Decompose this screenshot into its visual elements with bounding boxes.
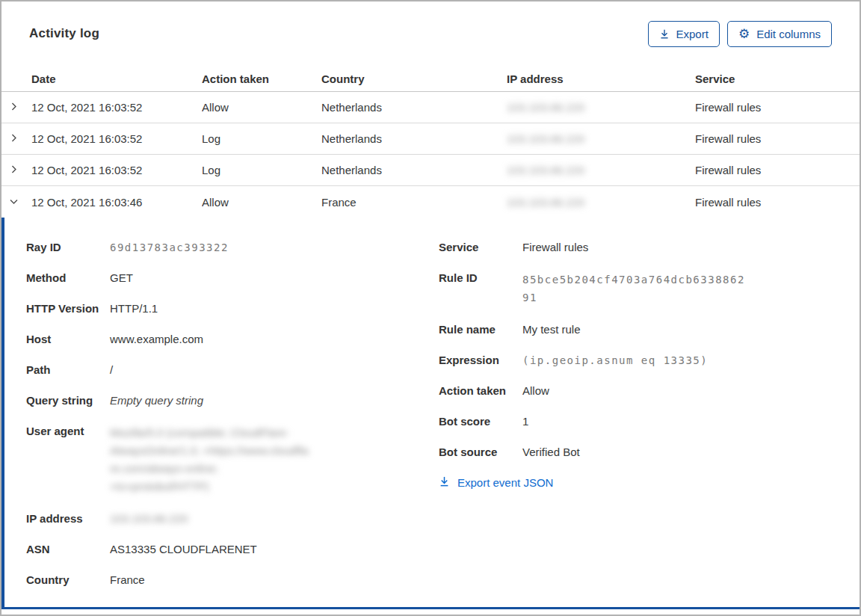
detail-row: Service Firewall rules (439, 240, 745, 255)
table-row[interactable]: 12 Oct, 2021 16:03:52 Log Netherlands 10… (1, 155, 860, 186)
detail-row: Rule name My test rule (439, 322, 745, 337)
detail-label: Bot source (439, 445, 522, 460)
cell-action-taken: Allow (202, 101, 321, 114)
detail-row: Bot score 1 (439, 414, 745, 429)
event-details-left-column: Ray ID 69d13783ac393322 Method GET HTTP … (26, 240, 439, 607)
chevron-right-icon[interactable] (9, 132, 19, 145)
cell-service: Firewall rules (695, 196, 860, 209)
column-header-service: Service (695, 73, 860, 85)
detail-value: HTTP/1.1 (110, 301, 439, 316)
cell-service: Firewall rules (695, 132, 860, 145)
detail-value: AS13335 CLOUDFLARENET (110, 542, 439, 557)
detail-row: Rule ID 85bce5b204cf4703a764dcb6338862 9… (439, 271, 745, 307)
detail-row: Method GET (26, 271, 439, 286)
cell-action-taken: Allow (202, 196, 321, 209)
detail-row: ASN AS13335 CLOUDFLARENET (26, 542, 439, 557)
chevron-right-icon[interactable] (9, 164, 19, 176)
detail-row: Query string Empty query string (26, 393, 439, 408)
cell-service: Firewall rules (695, 164, 860, 176)
edit-columns-button[interactable]: ⚙︎ Edit columns (727, 21, 832, 47)
detail-label: Ray ID (26, 240, 110, 255)
column-header-action-taken: Action taken (202, 73, 321, 85)
detail-row: Bot source Verified Bot (439, 445, 745, 460)
column-header-ip-address: IP address (507, 73, 695, 85)
cell-date: 12 Oct, 2021 16:03:52 (31, 132, 202, 145)
detail-label: IP address (26, 511, 110, 526)
table-header: Date Action taken Country IP address Ser… (1, 66, 860, 92)
detail-value: Allow (522, 384, 745, 398)
cell-ip-address: 103.103.66.220 (507, 196, 695, 209)
cell-ip-address: 103.103.66.220 (507, 101, 695, 114)
cell-action-taken: Log (202, 164, 321, 176)
detail-row: Expression (ip.geoip.asnum eq 13335) (439, 353, 745, 368)
detail-label: Service (439, 240, 522, 255)
detail-value: France (110, 573, 439, 588)
table-body: 12 Oct, 2021 16:03:52 Allow Netherlands … (1, 92, 860, 218)
detail-value: 85bce5b204cf4703a764dcb6338862 91 (522, 271, 745, 307)
detail-value: Empty query string (110, 393, 439, 408)
detail-label: Rule name (439, 322, 522, 337)
chevron-right-icon[interactable] (9, 101, 19, 114)
detail-label: Host (26, 332, 110, 347)
cell-country: Netherlands (321, 132, 507, 145)
gear-icon: ⚙︎ (738, 28, 750, 40)
table-row[interactable]: 12 Oct, 2021 16:03:52 Allow Netherlands … (1, 92, 860, 123)
event-details-right-column: Service Firewall rules Rule ID 85bce5b20… (439, 240, 745, 607)
detail-label: Method (26, 271, 110, 286)
cell-country: France (321, 196, 507, 209)
detail-value: Verified Bot (522, 445, 745, 460)
activity-log-panel: Activity log Export ⚙︎ Edit columns Date… (0, 0, 861, 616)
detail-value: Mozilla/5.0 (compatible; CloudFlare- Alw… (110, 424, 439, 496)
cell-service: Firewall rules (695, 101, 860, 114)
detail-value: Firewall rules (522, 240, 745, 255)
detail-label: Expression (439, 353, 522, 368)
event-details-panel: Ray ID 69d13783ac393322 Method GET HTTP … (1, 218, 860, 609)
detail-row: Country France (26, 573, 439, 588)
table-row[interactable]: 12 Oct, 2021 16:03:52 Log Netherlands 10… (1, 123, 860, 155)
detail-row: Action taken Allow (439, 384, 745, 398)
table-row[interactable]: 12 Oct, 2021 16:03:46 Allow France 103.1… (1, 186, 860, 218)
export-event-json-label: Export event JSON (457, 476, 553, 489)
detail-label: Path (26, 363, 110, 378)
edit-columns-button-label: Edit columns (756, 28, 821, 40)
cell-date: 12 Oct, 2021 16:03:46 (31, 196, 202, 209)
detail-row: Path / (26, 363, 439, 378)
detail-value: My test rule (522, 322, 745, 337)
detail-label: HTTP Version (26, 301, 110, 316)
export-button[interactable]: Export (648, 21, 720, 47)
chevron-down-icon[interactable] (9, 196, 19, 209)
cell-date: 12 Oct, 2021 16:03:52 (31, 164, 202, 176)
cell-ip-address: 103.103.66.220 (507, 132, 695, 145)
column-header-date: Date (31, 73, 202, 85)
export-event-json-link[interactable]: Export event JSON (439, 475, 745, 490)
cell-country: Netherlands (321, 164, 507, 176)
detail-row: IP address 103.103.66.220 (26, 511, 439, 526)
detail-value: / (110, 363, 439, 378)
detail-label: Rule ID (439, 271, 522, 307)
detail-value: 103.103.66.220 (110, 511, 439, 526)
download-icon (439, 475, 450, 490)
cell-country: Netherlands (321, 101, 507, 114)
detail-value: 69d13783ac393322 (110, 240, 439, 255)
detail-label: Action taken (439, 384, 522, 398)
detail-label: Country (26, 573, 110, 588)
toolbar-buttons: Export ⚙︎ Edit columns (648, 21, 832, 47)
column-header-country: Country (321, 73, 507, 85)
page-title: Activity log (29, 26, 99, 41)
cell-date: 12 Oct, 2021 16:03:52 (31, 101, 202, 114)
cell-ip-address: 103.103.66.220 (507, 164, 695, 176)
detail-value: 1 (522, 414, 745, 429)
topbar: Activity log Export ⚙︎ Edit columns (1, 1, 860, 66)
detail-value: (ip.geoip.asnum eq 13335) (522, 353, 745, 368)
detail-label: Query string (26, 393, 110, 408)
detail-label: ASN (26, 542, 110, 557)
export-button-label: Export (676, 28, 709, 40)
detail-label: Bot score (439, 414, 522, 429)
detail-value: GET (110, 271, 439, 286)
detail-row: User agent Mozilla/5.0 (compatible; Clou… (26, 424, 439, 496)
detail-label: User agent (26, 424, 110, 496)
cell-action-taken: Log (202, 132, 321, 145)
detail-value: www.example.com (110, 332, 439, 347)
download-icon (659, 28, 670, 40)
detail-row: Ray ID 69d13783ac393322 (26, 240, 439, 255)
